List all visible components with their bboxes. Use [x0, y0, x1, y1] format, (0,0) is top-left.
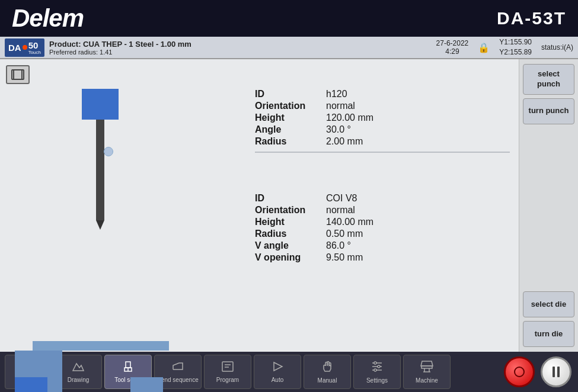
status-bar: DA 50 Touch Product: CUA THEP - 1 Steel …: [0, 37, 578, 59]
die-vopening-value: 9.50 mm: [326, 252, 510, 263]
time: 4:29: [436, 47, 469, 56]
svg-marker-10: [274, 362, 282, 371]
machine-button[interactable]: Machine: [403, 355, 451, 389]
punch-visual: [71, 89, 119, 230]
settings-icon: [370, 360, 384, 375]
die-info-section: ID COI V8 Orientation normal Height 140.…: [255, 193, 510, 263]
punch-orientation-label: Orientation: [255, 101, 320, 111]
die-radius-label: Radius: [255, 229, 320, 239]
tool-setup-icon: [121, 361, 135, 374]
product-line1: Product: CUA THEP - 1 Steel - 1.00 mm: [49, 40, 432, 49]
stop-button[interactable]: [504, 356, 535, 387]
da-text: DA: [8, 43, 21, 53]
manual-icon: [320, 360, 334, 375]
svg-rect-18: [421, 366, 432, 368]
punch-radius-label: Radius: [255, 136, 320, 147]
die-bottom-square: [15, 377, 47, 392]
status-label: status:i(A): [541, 43, 573, 52]
model-label: DA-53T: [497, 8, 566, 28]
product-line2: Preferred radius: 1.41: [49, 49, 432, 56]
die-id-label: ID: [255, 193, 320, 204]
date: 27-6-2022: [436, 39, 469, 47]
app-header: Delem DA-53T: [0, 0, 578, 37]
program-button[interactable]: Program: [204, 355, 251, 389]
settings-button[interactable]: Settings: [353, 355, 401, 389]
select-die-button[interactable]: select die: [523, 291, 574, 317]
punch-info-table: ID h120 Orientation normal Height 120.00…: [255, 89, 510, 147]
sidebar-spacer: [523, 128, 574, 288]
viz-panel: [0, 59, 246, 352]
die-orientation-value: normal: [326, 205, 510, 216]
manual-label: Manual: [318, 377, 337, 384]
die-vangle-value: 86.0 °: [326, 240, 510, 251]
svg-point-16: [374, 369, 376, 371]
punch-angle-value: 30.0 °: [326, 124, 510, 135]
die-info-table: ID COI V8 Orientation normal Height 140.…: [255, 193, 510, 263]
fit-view-button[interactable]: [6, 65, 30, 84]
svg-point-22: [515, 367, 524, 377]
y-status: Y1:155.90 Y2:155.89: [499, 37, 532, 57]
svg-rect-23: [553, 367, 555, 377]
punch-height-label: Height: [255, 113, 320, 123]
punch-id-value: h120: [326, 89, 510, 99]
punch-stem: [96, 120, 104, 220]
die-right-block: [130, 377, 163, 392]
die-vangle-label: V angle: [255, 240, 320, 251]
punch-radius-value: 2.00 mm: [326, 136, 510, 147]
settings-label: Settings: [366, 377, 388, 384]
punch-id-label: ID: [255, 89, 320, 99]
drawing-label: Drawing: [68, 377, 90, 384]
punch-height-value: 120.00 mm: [326, 113, 510, 123]
auto-icon: [270, 361, 285, 374]
lock-icon: 🔒: [478, 42, 490, 53]
svg-point-15: [378, 365, 380, 368]
info-panel: ID h120 Orientation normal Height 120.00…: [246, 59, 519, 352]
da-badge: DA 50 Touch: [5, 38, 44, 57]
die-height-label: Height: [255, 217, 320, 227]
bend-sequence-label: Bend sequence: [157, 377, 199, 384]
main-area: ID h120 Orientation normal Height 120.00…: [0, 59, 578, 352]
svg-rect-7: [222, 362, 233, 371]
machine-icon: [420, 360, 434, 375]
datetime: 27-6-2022 4:29: [436, 39, 469, 56]
right-sidebar: select punch turn punch select die turn …: [519, 59, 578, 352]
program-icon: [221, 361, 235, 374]
logo: Delem: [12, 4, 84, 33]
punch-indicator: [104, 147, 113, 156]
svg-marker-17: [421, 361, 433, 366]
program-label: Program: [216, 377, 239, 384]
svg-rect-24: [557, 367, 560, 377]
punch-head: [82, 89, 119, 120]
y2-label: Y2:155.89: [499, 47, 532, 57]
die-orientation-label: Orientation: [255, 205, 320, 216]
da-number: 50: [28, 40, 39, 50]
die-radius-value: 0.50 mm: [326, 229, 510, 239]
divider: [255, 152, 510, 153]
toolbar: Products Drawing Tool setup Bend sequenc…: [0, 352, 578, 392]
die-vopening-label: V opening: [255, 252, 320, 263]
auto-label: Auto: [272, 377, 284, 384]
bend-sequence-icon: [171, 361, 185, 374]
turn-punch-button[interactable]: turn punch: [523, 98, 574, 124]
manual-button[interactable]: Manual: [304, 355, 351, 389]
product-info: Product: CUA THEP - 1 Steel - 1.00 mm Pr…: [49, 40, 432, 56]
auto-button[interactable]: Auto: [254, 355, 301, 389]
drawing-icon: [71, 361, 85, 374]
punch-tip: [96, 220, 104, 230]
svg-rect-4: [126, 362, 130, 368]
die-id-value: COI V8: [326, 193, 510, 204]
y1-label: Y1:155.90: [499, 37, 532, 47]
punch-angle-label: Angle: [255, 124, 320, 135]
die-bar: [33, 341, 169, 351]
die-height-value: 140.00 mm: [326, 217, 510, 227]
punch-orientation-value: normal: [326, 101, 510, 111]
start-button[interactable]: [541, 356, 571, 387]
punch-info-section: ID h120 Orientation normal Height 120.00…: [255, 89, 510, 147]
select-punch-button[interactable]: select punch: [523, 64, 574, 95]
machine-label: Machine: [416, 377, 438, 384]
turn-die-button[interactable]: turn die: [523, 321, 574, 347]
status-dot: [23, 45, 27, 50]
da-sub: Touch: [28, 50, 41, 55]
svg-point-14: [374, 362, 376, 364]
